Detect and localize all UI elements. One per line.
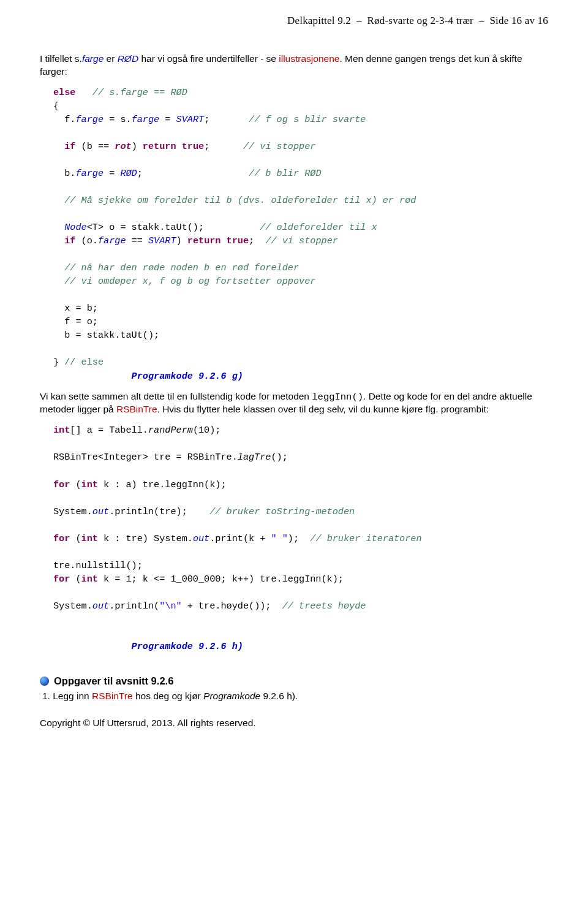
- rsbintre-link[interactable]: RSBinTre: [116, 404, 157, 414]
- mid-paragraph: Vi kan sette sammen alt dette til en ful…: [40, 390, 548, 417]
- page-header: Delkapittel 9.2 – Rød-svarte og 2-3-4 tr…: [40, 15, 548, 27]
- code-block-2: int[] a = Tabell.randPerm(10); RSBinTre<…: [53, 423, 548, 653]
- tasks-heading-row: Oppgaver til avsnitt 9.2.6: [40, 675, 548, 687]
- page-number: Side 16 av 16: [489, 15, 548, 26]
- tasks-heading: Oppgaver til avsnitt 9.2.6: [54, 675, 173, 686]
- code-caption-2: Programkode 9.2.6 h): [132, 641, 243, 652]
- task-rsbintre-link[interactable]: RSBinTre: [92, 691, 133, 701]
- illustrations-link[interactable]: illustrasjonene: [279, 53, 339, 64]
- code-block-1: else // s.farge == RØD { f.farge = s.far…: [53, 86, 548, 383]
- copyright: Copyright © Ulf Uttersrud, 2013. All rig…: [40, 718, 548, 729]
- bullet-icon: [40, 677, 49, 686]
- intro-paragraph: I tilfellet s.farge er RØD har vi også f…: [40, 53, 548, 78]
- document-page: Delkapittel 9.2 – Rød-svarte og 2-3-4 tr…: [0, 0, 588, 747]
- task-1: 1. Legg inn RSBinTre hos deg og kjør Pro…: [42, 691, 548, 702]
- chapter-label: Delkapittel 9.2: [287, 15, 351, 26]
- code-caption-1: Programkode 9.2.6 g): [132, 371, 243, 382]
- chapter-title: Rød-svarte og 2-3-4 trær: [368, 15, 473, 26]
